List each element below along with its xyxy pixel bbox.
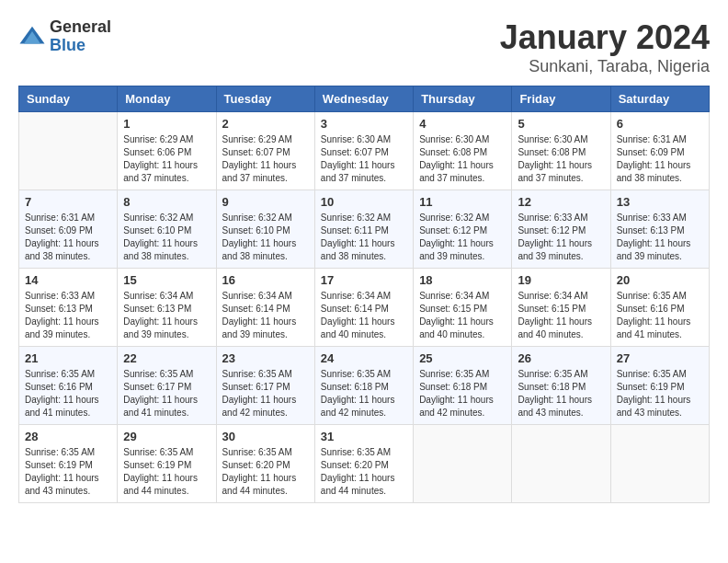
- day-info: Sunrise: 6:31 AMSunset: 6:09 PMDaylight:…: [25, 212, 111, 263]
- calendar-day-cell: 22Sunrise: 6:35 AMSunset: 6:17 PMDayligh…: [118, 347, 216, 425]
- calendar-day-cell: 24Sunrise: 6:35 AMSunset: 6:18 PMDayligh…: [314, 347, 413, 425]
- calendar-week-row: 28Sunrise: 6:35 AMSunset: 6:19 PMDayligh…: [19, 425, 710, 503]
- logo-text: General Blue: [50, 18, 111, 55]
- calendar-day-cell: [19, 112, 118, 190]
- day-info: Sunrise: 6:35 AMSunset: 6:18 PMDaylight:…: [419, 368, 506, 419]
- calendar-day-cell: 10Sunrise: 6:32 AMSunset: 6:11 PMDayligh…: [314, 190, 413, 269]
- weekday-header-sunday: Sunday: [19, 86, 118, 112]
- calendar-day-cell: 12Sunrise: 6:33 AMSunset: 6:12 PMDayligh…: [512, 190, 610, 269]
- day-number: 19: [518, 273, 604, 287]
- day-number: 17: [321, 273, 407, 287]
- calendar-day-cell: 9Sunrise: 6:32 AMSunset: 6:10 PMDaylight…: [216, 190, 314, 269]
- calendar-day-cell: 1Sunrise: 6:29 AMSunset: 6:06 PMDaylight…: [118, 112, 216, 190]
- day-number: 30: [222, 430, 309, 443]
- weekday-header-row: SundayMondayTuesdayWednesdayThursdayFrid…: [19, 86, 710, 112]
- weekday-header-saturday: Saturday: [610, 86, 709, 112]
- calendar-day-cell: 15Sunrise: 6:34 AMSunset: 6:13 PMDayligh…: [118, 269, 216, 347]
- logo: General Blue: [18, 18, 111, 55]
- calendar-day-cell: 17Sunrise: 6:34 AMSunset: 6:14 PMDayligh…: [314, 269, 413, 347]
- calendar-week-row: 14Sunrise: 6:33 AMSunset: 6:13 PMDayligh…: [19, 269, 710, 347]
- page-header: General Blue January 2024 Sunkani, Tarab…: [18, 18, 710, 76]
- day-number: 5: [518, 117, 604, 131]
- day-info: Sunrise: 6:35 AMSunset: 6:17 PMDaylight:…: [222, 368, 309, 419]
- day-number: 13: [617, 195, 703, 209]
- day-number: 9: [222, 195, 309, 209]
- calendar-day-cell: 7Sunrise: 6:31 AMSunset: 6:09 PMDaylight…: [19, 190, 118, 269]
- day-number: 25: [419, 351, 506, 365]
- day-info: Sunrise: 6:35 AMSunset: 6:20 PMDaylight:…: [222, 446, 309, 498]
- day-number: 8: [123, 195, 210, 209]
- day-info: Sunrise: 6:35 AMSunset: 6:20 PMDaylight:…: [321, 446, 407, 498]
- calendar-day-cell: 20Sunrise: 6:35 AMSunset: 6:16 PMDayligh…: [610, 269, 709, 347]
- day-number: 23: [222, 351, 309, 365]
- day-info: Sunrise: 6:29 AMSunset: 6:07 PMDaylight:…: [222, 133, 309, 185]
- calendar-day-cell: 14Sunrise: 6:33 AMSunset: 6:13 PMDayligh…: [19, 269, 118, 347]
- calendar-day-cell: 30Sunrise: 6:35 AMSunset: 6:20 PMDayligh…: [216, 425, 314, 503]
- calendar-table: SundayMondayTuesdayWednesdayThursdayFrid…: [18, 86, 710, 503]
- day-info: Sunrise: 6:32 AMSunset: 6:12 PMDaylight:…: [419, 212, 506, 263]
- day-info: Sunrise: 6:29 AMSunset: 6:06 PMDaylight:…: [123, 133, 210, 185]
- calendar-day-cell: 13Sunrise: 6:33 AMSunset: 6:13 PMDayligh…: [610, 190, 709, 269]
- calendar-day-cell: 27Sunrise: 6:35 AMSunset: 6:19 PMDayligh…: [610, 347, 709, 425]
- day-info: Sunrise: 6:35 AMSunset: 6:17 PMDaylight:…: [123, 368, 210, 419]
- weekday-header-friday: Friday: [512, 86, 610, 112]
- day-info: Sunrise: 6:33 AMSunset: 6:12 PMDaylight:…: [518, 212, 604, 263]
- calendar-week-row: 7Sunrise: 6:31 AMSunset: 6:09 PMDaylight…: [19, 190, 710, 269]
- day-number: 12: [518, 195, 604, 209]
- calendar-day-cell: 6Sunrise: 6:31 AMSunset: 6:09 PMDaylight…: [610, 112, 709, 190]
- calendar-day-cell: 3Sunrise: 6:30 AMSunset: 6:07 PMDaylight…: [314, 112, 413, 190]
- day-info: Sunrise: 6:30 AMSunset: 6:08 PMDaylight:…: [419, 133, 506, 185]
- logo-icon: [18, 23, 46, 51]
- calendar-day-cell: 21Sunrise: 6:35 AMSunset: 6:16 PMDayligh…: [19, 347, 118, 425]
- day-info: Sunrise: 6:35 AMSunset: 6:18 PMDaylight:…: [321, 368, 407, 419]
- calendar-day-cell: 8Sunrise: 6:32 AMSunset: 6:10 PMDaylight…: [118, 190, 216, 269]
- day-number: 29: [123, 430, 210, 443]
- calendar-day-cell: 28Sunrise: 6:35 AMSunset: 6:19 PMDayligh…: [19, 425, 118, 503]
- calendar-day-cell: [414, 425, 512, 503]
- day-number: 11: [419, 195, 506, 209]
- calendar-day-cell: 18Sunrise: 6:34 AMSunset: 6:15 PMDayligh…: [414, 269, 512, 347]
- day-number: 15: [123, 273, 210, 287]
- page-title: January 2024: [500, 18, 710, 57]
- day-number: 2: [222, 117, 309, 131]
- day-number: 3: [321, 117, 407, 131]
- day-number: 26: [518, 351, 604, 365]
- day-info: Sunrise: 6:34 AMSunset: 6:14 PMDaylight:…: [222, 290, 309, 341]
- day-number: 20: [617, 273, 703, 287]
- day-number: 22: [123, 351, 210, 365]
- day-number: 21: [25, 351, 111, 365]
- weekday-header-tuesday: Tuesday: [216, 86, 314, 112]
- day-info: Sunrise: 6:34 AMSunset: 6:15 PMDaylight:…: [518, 290, 604, 341]
- day-info: Sunrise: 6:34 AMSunset: 6:15 PMDaylight:…: [419, 290, 506, 341]
- day-number: 1: [123, 117, 210, 131]
- day-number: 6: [617, 117, 703, 131]
- calendar-week-row: 21Sunrise: 6:35 AMSunset: 6:16 PMDayligh…: [19, 347, 710, 425]
- weekday-header-wednesday: Wednesday: [314, 86, 413, 112]
- day-number: 14: [25, 273, 111, 287]
- day-number: 18: [419, 273, 506, 287]
- page-subtitle: Sunkani, Taraba, Nigeria: [500, 57, 710, 76]
- weekday-header-monday: Monday: [118, 86, 216, 112]
- day-info: Sunrise: 6:34 AMSunset: 6:14 PMDaylight:…: [321, 290, 407, 341]
- day-number: 31: [321, 430, 407, 443]
- title-block: January 2024 Sunkani, Taraba, Nigeria: [500, 18, 710, 76]
- day-number: 4: [419, 117, 506, 131]
- day-info: Sunrise: 6:35 AMSunset: 6:16 PMDaylight:…: [25, 368, 111, 419]
- day-info: Sunrise: 6:35 AMSunset: 6:16 PMDaylight:…: [617, 290, 703, 341]
- calendar-day-cell: 5Sunrise: 6:30 AMSunset: 6:08 PMDaylight…: [512, 112, 610, 190]
- day-info: Sunrise: 6:35 AMSunset: 6:19 PMDaylight:…: [25, 446, 111, 498]
- day-info: Sunrise: 6:34 AMSunset: 6:13 PMDaylight:…: [123, 290, 210, 341]
- calendar-day-cell: 19Sunrise: 6:34 AMSunset: 6:15 PMDayligh…: [512, 269, 610, 347]
- calendar-day-cell: 2Sunrise: 6:29 AMSunset: 6:07 PMDaylight…: [216, 112, 314, 190]
- calendar-day-cell: [512, 425, 610, 503]
- calendar-day-cell: 31Sunrise: 6:35 AMSunset: 6:20 PMDayligh…: [314, 425, 413, 503]
- day-number: 27: [617, 351, 703, 365]
- day-info: Sunrise: 6:30 AMSunset: 6:07 PMDaylight:…: [321, 133, 407, 185]
- calendar-day-cell: 16Sunrise: 6:34 AMSunset: 6:14 PMDayligh…: [216, 269, 314, 347]
- calendar-day-cell: [610, 425, 709, 503]
- day-info: Sunrise: 6:33 AMSunset: 6:13 PMDaylight:…: [617, 212, 703, 263]
- day-number: 24: [321, 351, 407, 365]
- calendar-day-cell: 11Sunrise: 6:32 AMSunset: 6:12 PMDayligh…: [414, 190, 512, 269]
- calendar-day-cell: 25Sunrise: 6:35 AMSunset: 6:18 PMDayligh…: [414, 347, 512, 425]
- calendar-day-cell: 23Sunrise: 6:35 AMSunset: 6:17 PMDayligh…: [216, 347, 314, 425]
